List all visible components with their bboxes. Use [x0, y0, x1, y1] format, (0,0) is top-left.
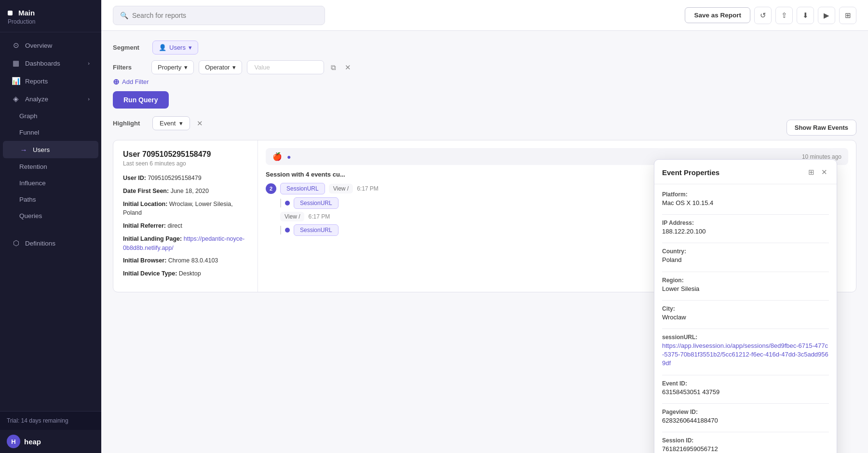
sidebar-item-retention[interactable]: Retention [3, 159, 98, 175]
filter-value-input[interactable]: Value [247, 60, 324, 74]
sidebar-item-label: Dashboards [25, 60, 60, 67]
sidebar-item-label: Definitions [25, 240, 55, 247]
show-raw-events-button[interactable]: Show Raw Events [787, 120, 856, 136]
event-tag[interactable]: SessionURL [280, 183, 325, 194]
content-area: Segment 👤 Users ▾ Filters Property ▾ Ope… [101, 31, 868, 453]
search-bar[interactable]: 🔍 [113, 6, 325, 25]
event-number: 2 [266, 183, 276, 194]
share-button[interactable]: ⇧ [775, 7, 793, 24]
sidebar-item-graph[interactable]: Graph [3, 108, 98, 124]
prop-divider [662, 403, 829, 404]
prop-divider [662, 300, 829, 301]
chrome-icon: ● [287, 153, 291, 161]
field-key: Initial Location: [123, 201, 167, 207]
sidebar-item-label: Queries [19, 212, 42, 220]
refresh-button[interactable]: ↺ [754, 7, 772, 24]
prop-country: Country: Poland [662, 248, 829, 264]
event-tag-2[interactable]: SessionURL [294, 224, 339, 236]
field-value: direct [167, 222, 182, 229]
expand-icon: ⊞ [808, 168, 814, 176]
field-key: Initial Referrer: [123, 222, 166, 229]
run-query-button[interactable]: Run Query [113, 91, 169, 109]
save-report-button[interactable]: Save as Report [685, 7, 750, 23]
sidebar-item-label: Reports [25, 78, 48, 85]
app-logo-icon [8, 11, 13, 15]
prop-label: Platform: [662, 191, 829, 198]
event-action: View / [329, 184, 353, 193]
property-selector[interactable]: Property ▾ [151, 60, 194, 74]
highlight-clear-button[interactable]: ✕ [196, 118, 204, 129]
search-input[interactable] [132, 12, 318, 19]
sidebar-item-analyze[interactable]: ◈ Analyze › [3, 90, 98, 108]
prop-value-link[interactable]: https://app.livesession.io/app/sessions/… [662, 342, 829, 368]
prop-ip: IP Address: 188.122.20.100 [662, 220, 829, 236]
sidebar-item-label: Retention [19, 163, 47, 170]
chevron-icon: › [88, 60, 90, 66]
sidebar-item-definitions[interactable]: ⬡ Definitions [3, 234, 98, 252]
sidebar-item-paths[interactable]: Paths [3, 192, 98, 207]
event-tag[interactable]: SessionURL [294, 197, 339, 209]
prop-event-id: Event ID: 63158453051 43759 [662, 380, 829, 397]
modal-expand-button[interactable]: ⊞ [807, 166, 816, 178]
grid-button[interactable]: ⊞ [839, 7, 856, 24]
field-value: 7095105295158479 [148, 175, 201, 181]
clear-icon: ✕ [197, 119, 203, 127]
download-button[interactable]: ⬇ [797, 7, 814, 24]
highlight-selector[interactable]: Event ▾ [152, 116, 190, 130]
refresh-icon: ↺ [760, 11, 766, 20]
prop-divider [662, 375, 829, 375]
user-field-userid: User ID: 7095105295158479 [123, 174, 248, 183]
app-name: Main [18, 9, 35, 17]
prop-value: 188.122.20.100 [662, 227, 829, 236]
definitions-icon: ⬡ [12, 239, 20, 247]
event-properties-modal: Event Properties ⊞ ✕ Platform: [654, 159, 837, 453]
sidebar-item-users[interactable]: → Users [3, 141, 98, 158]
prop-value: 63158453051 43759 [662, 388, 829, 397]
event-dot [285, 201, 290, 206]
modal-close-button[interactable]: ✕ [820, 166, 829, 178]
sidebar-item-dashboards[interactable]: ▦ Dashboards › [3, 55, 98, 72]
modal-header: Event Properties ⊞ ✕ [654, 160, 837, 184]
segment-selector[interactable]: 👤 Users ▾ [152, 41, 198, 55]
chevron-down-icon: ▾ [179, 120, 183, 127]
prop-label: sessionURL: [662, 334, 829, 341]
sidebar-item-queries[interactable]: Queries [3, 208, 98, 224]
reports-icon: 📊 [12, 77, 20, 85]
event-time: 6:17 PM [357, 185, 379, 192]
sidebar-item-funnel[interactable]: Funnel [3, 124, 98, 140]
modal-body: Platform: Mac OS X 10.15.4 IP Address: 1… [654, 184, 837, 453]
overview-icon: ⊙ [12, 41, 20, 50]
prop-divider [662, 272, 829, 272]
heap-logo: H [7, 435, 20, 448]
sidebar-item-label: Overview [25, 42, 52, 49]
filter-row: Filters Property ▾ Operator ▾ Value ⧉ ✕ [113, 60, 856, 74]
filter-settings-button[interactable]: ⧉ [329, 61, 338, 74]
play-button[interactable]: ▶ [818, 7, 835, 24]
prop-value: 6283260644188470 [662, 416, 829, 425]
prop-value: Poland [662, 256, 829, 264]
trial-text: Trial: 14 days remaining [7, 417, 68, 424]
prop-value: Lower Silesia [662, 285, 829, 293]
user-field-first-seen: Date First Seen: June 18, 2020 [123, 187, 248, 196]
field-key: Initial Landing Page: [123, 235, 182, 242]
prop-value: Mac OS X 10.15.4 [662, 199, 829, 207]
sidebar-item-reports[interactable]: 📊 Reports [3, 72, 98, 90]
chevron-down-icon: ▾ [184, 64, 188, 71]
sidebar-item-influence[interactable]: Influence [3, 175, 98, 191]
highlight-label: Highlight [113, 120, 147, 127]
user-field-browser: Initial Browser: Chrome 83.0.4103 [123, 256, 248, 265]
add-filter-button[interactable]: ⊕ Add Filter [113, 74, 856, 89]
filter-clear-button[interactable]: ✕ [343, 61, 353, 74]
operator-selector[interactable]: Operator ▾ [199, 60, 242, 74]
field-key: Initial Browser: [123, 257, 166, 264]
dashboards-icon: ▦ [12, 59, 20, 68]
plus-icon: ⊕ [113, 77, 119, 86]
connector-line [280, 199, 281, 207]
segment-value: Users [169, 44, 186, 51]
arrow-right-icon: → [19, 145, 28, 154]
event-dot-2 [285, 228, 290, 233]
filters-label: Filters [113, 64, 147, 71]
prop-label: Region: [662, 277, 829, 284]
segment-label: Segment [113, 44, 147, 51]
sidebar-item-overview[interactable]: ⊙ Overview [3, 37, 98, 54]
